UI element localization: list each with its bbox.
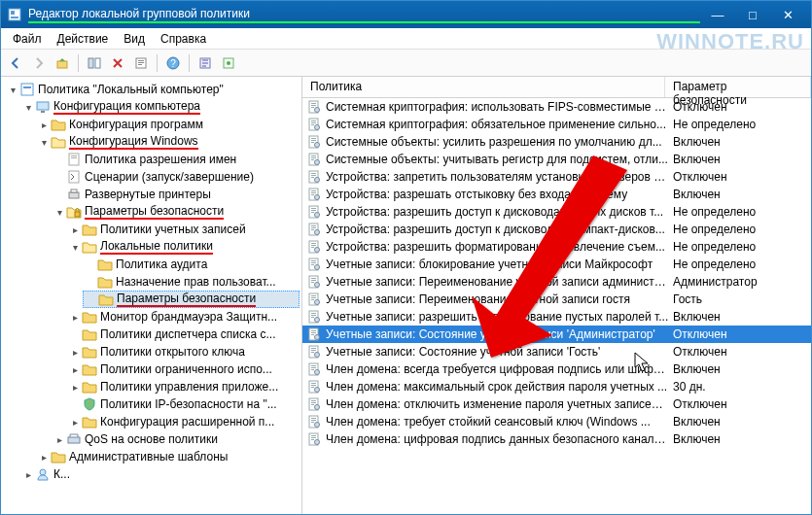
policy-item-icon [306, 239, 322, 255]
tree-item[interactable]: ▸Политики открытого ключа [67, 343, 300, 360]
tree-computer-config[interactable]: ▾ Конфигурация компьютера [20, 98, 300, 116]
tree-item[interactable]: ▸Политики учетных записей [67, 221, 300, 238]
list-row[interactable]: Учетные записи: Состояние учетной записи… [302, 326, 811, 343]
menu-file[interactable]: Файл [5, 30, 50, 48]
list-row[interactable]: Член домена: максимальный срок действия … [302, 378, 811, 395]
list-row[interactable]: Системные объекты: усилить разрешения по… [302, 133, 811, 151]
expand-icon[interactable]: ▾ [38, 137, 50, 148]
back-button[interactable] [5, 52, 26, 74]
tree-pane[interactable]: ▾ Политика "Локальный компьютер" ▾ Конфи… [1, 77, 302, 514]
policy-item-icon [306, 292, 322, 307]
tree-item[interactable]: Развернутые принтеры [52, 186, 300, 203]
tree-item[interactable]: Политики IP-безопасности на "... [67, 395, 300, 413]
tree-item[interactable]: Политика аудита [83, 256, 300, 273]
expand-icon[interactable]: ▸ [53, 434, 65, 445]
view-button[interactable] [218, 52, 239, 74]
tree-security-options[interactable]: Параметры безопасности [83, 291, 300, 308]
policy-name: Системная криптография: использовать FIP… [326, 100, 669, 114]
tree-item[interactable]: ▸QoS на основе политики [52, 430, 300, 448]
tree-item[interactable]: Сценарии (запуск/завершение) [52, 168, 300, 186]
toolbar: ? [1, 50, 811, 77]
list-row[interactable]: Член домена: требует стойкий сеансовый к… [302, 413, 811, 430]
properties-button[interactable] [130, 52, 152, 74]
tree-security-settings[interactable]: ▾Параметры безопасности [52, 203, 300, 221]
column-policy[interactable]: Политика [302, 77, 665, 97]
expand-icon[interactable]: ▸ [69, 364, 81, 375]
list-row[interactable]: Член домена: цифровая подпись данных без… [302, 430, 811, 448]
maximize-button[interactable]: □ [735, 5, 770, 24]
expand-icon[interactable]: ▸ [69, 312, 81, 323]
tree-item[interactable]: ▸Административные шаблоны [36, 448, 300, 465]
list-row[interactable]: Учетные записи: Переименование учетной з… [302, 273, 811, 291]
delete-button[interactable] [107, 52, 128, 74]
list-row[interactable]: Член домена: всегда требуется цифровая п… [302, 360, 811, 378]
svg-rect-55 [311, 192, 316, 193]
folder-icon [82, 344, 97, 360]
expand-icon[interactable]: ▸ [69, 347, 81, 358]
expand-icon[interactable]: ▸ [38, 120, 50, 130]
expand-icon[interactable]: ▸ [69, 417, 81, 428]
close-button[interactable]: ✕ [770, 5, 805, 24]
tree-root[interactable]: ▾ Политика "Локальный компьютер" [5, 81, 300, 98]
tree-item[interactable]: ▸Политики ограниченного испо... [67, 360, 300, 378]
list-row[interactable]: Системные объекты: учитывать регистр для… [302, 151, 811, 168]
forward-button[interactable] [28, 52, 50, 74]
list-row[interactable]: Устройства: разрешить доступ к дисковода… [302, 221, 811, 238]
up-button[interactable] [52, 52, 73, 74]
svg-point-14 [227, 61, 230, 65]
svg-rect-30 [311, 105, 316, 106]
svg-point-57 [315, 195, 320, 200]
expand-icon[interactable]: ▾ [69, 242, 81, 253]
expand-icon[interactable]: ▸ [69, 382, 81, 393]
policy-name: Системные объекты: учитывать регистр для… [326, 153, 669, 166]
svg-rect-7 [138, 60, 144, 61]
filter-button[interactable] [194, 52, 216, 74]
policy-param: Гость [669, 292, 807, 306]
svg-rect-89 [311, 313, 316, 314]
list-row[interactable]: Учетные записи: Переименование учетной з… [302, 291, 811, 308]
svg-rect-96 [311, 334, 314, 335]
tree-item[interactable]: ▸Конфигурация программ [36, 116, 300, 133]
list-row[interactable]: Член домена: отключить изменение пароля … [302, 395, 811, 413]
tree-windows-config[interactable]: ▾Конфигурация Windows [36, 133, 300, 151]
list-row[interactable]: Учетные записи: Состояние учетной записи… [302, 343, 811, 360]
tree-item[interactable]: ▸К... [20, 465, 300, 483]
show-hide-tree-button[interactable] [84, 52, 105, 74]
expand-icon[interactable]: ▸ [22, 469, 34, 480]
minimize-button[interactable]: ― [700, 5, 735, 24]
svg-rect-69 [311, 243, 316, 244]
titlebar[interactable]: Редактор локальной групповой политики ― … [1, 1, 811, 28]
list-row[interactable]: Устройства: запретить пользователям уста… [302, 168, 811, 186]
column-param[interactable]: Параметр безопасности [665, 77, 811, 97]
tree-item[interactable]: Политики диспетчера списка с... [67, 326, 300, 343]
svg-rect-64 [311, 225, 316, 226]
help-button[interactable]: ? [162, 52, 184, 74]
svg-point-112 [315, 388, 320, 393]
tree-local-policies[interactable]: ▾Локальные политики [67, 238, 300, 256]
folder-icon [82, 309, 97, 325]
expand-icon[interactable]: ▾ [22, 102, 34, 113]
list-row[interactable]: Устройства: разрешить форматирование и и… [302, 238, 811, 256]
expand-icon[interactable]: ▸ [38, 452, 50, 463]
tree-item[interactable]: Политика разрешения имен [52, 151, 300, 168]
list-row[interactable]: Устройства: разрешать отстыковку без вхо… [302, 186, 811, 203]
list-body[interactable]: Системная криптография: использовать FIP… [302, 98, 811, 514]
list-row[interactable]: Учетные записи: блокирование учетной зап… [302, 256, 811, 273]
tree-item[interactable]: ▸Конфигурация расширенной п... [67, 413, 300, 430]
list-row[interactable]: Учетные записи: разрешить использование … [302, 308, 811, 326]
expand-icon[interactable]: ▾ [53, 207, 65, 218]
menu-action[interactable]: Действие [50, 30, 117, 48]
list-row[interactable]: Системная криптография: использовать FIP… [302, 98, 811, 116]
svg-rect-59 [311, 208, 316, 209]
tree-item[interactable]: ▸Монитор брандмауэра Защитн... [67, 308, 300, 326]
menu-view[interactable]: Вид [116, 30, 153, 48]
policy-name: Учетные записи: Переименование учетной з… [326, 292, 669, 306]
list-row[interactable]: Системная криптография: обязательное при… [302, 116, 811, 133]
list-row[interactable]: Устройства: разрешить доступ к дисковода… [302, 203, 811, 221]
menu-help[interactable]: Справка [153, 30, 214, 48]
tree-item[interactable]: ▸Политики управления приложе... [67, 378, 300, 395]
expand-icon[interactable]: ▾ [7, 85, 18, 95]
list-pane: Политика Параметр безопасности Системная… [302, 77, 811, 514]
expand-icon[interactable]: ▸ [69, 224, 81, 235]
tree-item[interactable]: Назначение прав пользоват... [83, 273, 300, 291]
